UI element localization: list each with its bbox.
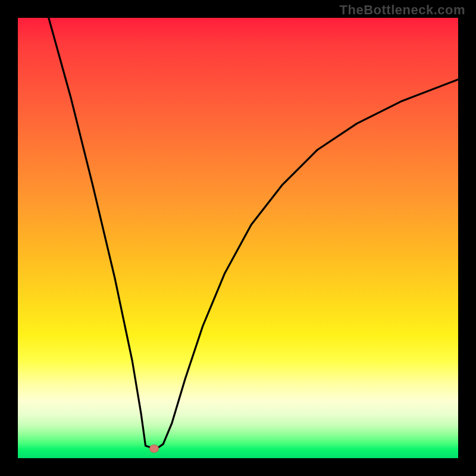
bottleneck-curve	[18, 18, 458, 458]
plot-area	[18, 18, 458, 458]
watermark: TheBottleneck.com	[340, 2, 465, 18]
curve-path	[49, 18, 458, 447]
chart-frame: TheBottleneck.com	[0, 0, 476, 476]
minimum-marker	[149, 444, 159, 453]
